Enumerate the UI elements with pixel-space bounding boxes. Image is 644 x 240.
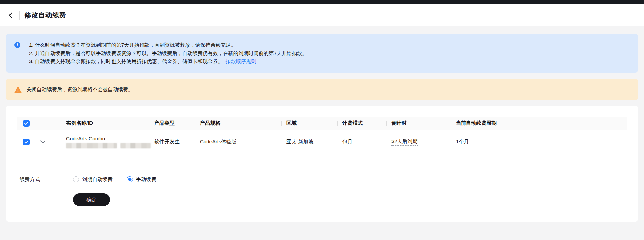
cell-product-spec: CodeArts体验版 xyxy=(195,130,281,154)
instance-id-redacted xyxy=(66,143,151,148)
info-line-3-text: 3. 自动续费支持现金余额扣款，同时也支持使用折扣优惠、代金券、储值卡和现金券。 xyxy=(29,58,223,64)
cell-renew-period: 1个月 xyxy=(451,130,514,154)
info-banner: i 1. 什么时候自动续费？在资源到期前的第7天开始扣款，直到资源被释放，请保持… xyxy=(6,34,638,73)
back-button[interactable] xyxy=(7,11,13,20)
table-row: CodeArts Combo 软件开发生... CodeArts体验版 亚太-新… xyxy=(17,130,627,154)
column-header-name: 实例名称/ID xyxy=(56,117,149,130)
radio-option-manual-renew-label: 手动续费 xyxy=(136,176,156,183)
column-header-region: 区域 xyxy=(281,117,337,130)
page-header: 修改自动续费 xyxy=(0,4,644,26)
info-line-1: 1. 什么时候自动续费？在资源到期前的第7天开始扣款，直到资源被释放，请保持余额… xyxy=(29,41,630,49)
check-icon xyxy=(24,140,28,144)
header-divider xyxy=(19,11,20,20)
radio-option-auto-renew-label: 到期自动续费 xyxy=(82,176,113,183)
info-line-3: 3. 自动续费支持现金余额扣款，同时也支持使用折扣优惠、代金券、储值卡和现金券。… xyxy=(29,57,630,65)
row-checkbox[interactable] xyxy=(23,139,30,145)
column-header-spec: 产品规格 xyxy=(195,117,281,130)
renewal-card: 实例名称/ID 产品类型 产品规格 区域 计费模式 倒计时 当前自动续费周期 xyxy=(6,106,638,222)
column-header-period: 当前自动续费周期 xyxy=(451,117,514,130)
expand-column-header xyxy=(37,117,56,130)
column-header-type: 产品类型 xyxy=(149,117,195,130)
chevron-left-icon xyxy=(8,12,13,19)
renew-mode-label: 续费方式 xyxy=(20,176,73,183)
check-icon xyxy=(24,122,28,125)
warning-triangle-icon: ! xyxy=(14,86,22,93)
instance-name: CodeArts Combo xyxy=(66,136,151,141)
warning-banner: ! 关闭自动续费后，资源到期将不会被自动续费。 xyxy=(6,79,638,100)
info-line-2: 2. 开通自动续费后，是否可以手动续费该资源？可以。手动续费后，自动续费仍有效，… xyxy=(29,49,630,57)
table-header-row: 实例名称/ID 产品类型 产品规格 区域 计费模式 倒计时 当前自动续费周期 xyxy=(17,117,627,130)
radio-option-manual-renew[interactable]: 手动续费 xyxy=(127,176,156,183)
info-icon: i xyxy=(14,42,20,48)
cell-billing-mode: 包月 xyxy=(337,130,386,154)
radio-unselected-icon xyxy=(73,176,79,182)
select-all-checkbox[interactable] xyxy=(23,120,30,127)
radio-option-auto-renew[interactable]: 到期自动续费 xyxy=(73,176,113,183)
cell-region: 亚太-新加坡 xyxy=(281,130,337,154)
top-bar xyxy=(0,0,644,4)
radio-selected-icon xyxy=(127,176,133,182)
deduction-order-rules-link[interactable]: 扣款顺序规则 xyxy=(226,58,256,64)
confirm-button[interactable]: 确定 xyxy=(73,193,110,206)
content-area: i 1. 什么时候自动续费？在资源到期前的第7天开始扣款，直到资源被释放，请保持… xyxy=(0,26,644,222)
page-title: 修改自动续费 xyxy=(24,11,66,20)
cell-product-type: 软件开发生... xyxy=(149,130,195,154)
warning-text: 关闭自动续费后，资源到期将不会被自动续费。 xyxy=(26,86,133,93)
chevron-down-icon[interactable] xyxy=(40,140,46,144)
cell-countdown[interactable]: 32天后到期 xyxy=(391,138,418,146)
column-header-countdown: 倒计时 xyxy=(386,117,451,130)
column-header-billing: 计费模式 xyxy=(337,117,386,130)
renew-mode-row: 续费方式 到期自动续费 手动续费 xyxy=(17,174,627,185)
